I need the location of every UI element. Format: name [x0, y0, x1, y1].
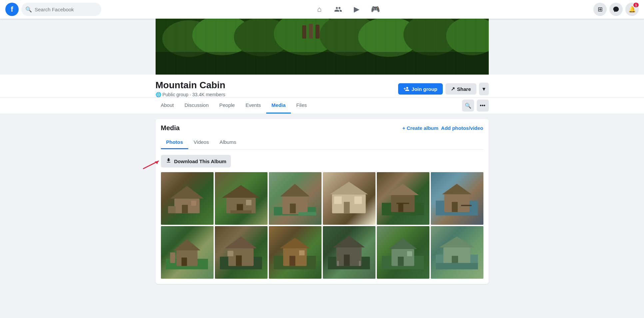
group-meta: 🌐 Public group · 33.4K members: [156, 92, 226, 97]
svg-rect-24: [231, 210, 252, 213]
create-album-button[interactable]: + Create album: [402, 125, 438, 131]
grid-menu-button[interactable]: ⊞: [593, 3, 607, 16]
svg-point-6: [358, 19, 419, 57]
tab-about[interactable]: About: [156, 98, 179, 114]
svg-rect-18: [191, 200, 196, 205]
download-album-button[interactable]: Download This Album: [161, 155, 231, 167]
svg-point-3: [234, 19, 291, 56]
svg-marker-52: [225, 236, 257, 248]
group-title: Mountain Cabin: [156, 80, 226, 91]
globe-icon: 🌐: [156, 92, 161, 97]
photo-cell[interactable]: [377, 172, 429, 225]
svg-marker-73: [439, 236, 474, 247]
media-title: Media: [161, 124, 180, 132]
red-arrow-indicator: [141, 158, 161, 171]
search-tab-button[interactable]: 🔍: [462, 100, 474, 112]
tabs-inner: About Discussion People Events Media Fil…: [156, 98, 489, 114]
photo-cell[interactable]: [269, 172, 322, 225]
svg-marker-57: [280, 238, 310, 248]
svg-marker-62: [333, 235, 365, 247]
notification-badge: 1: [633, 2, 639, 8]
tabs-left: About Discussion People Events Media Fil…: [156, 98, 313, 114]
media-header-actions: + Create album Add photos/video: [402, 125, 483, 131]
photo-cell[interactable]: [323, 172, 375, 225]
share-icon: ↗: [451, 86, 455, 92]
search-input[interactable]: [35, 7, 97, 12]
photo-cell[interactable]: [215, 172, 268, 225]
tabs-right: 🔍 •••: [462, 100, 489, 112]
svg-point-8: [446, 19, 489, 55]
watch-nav-button[interactable]: ▶: [349, 1, 365, 17]
svg-rect-43: [452, 202, 458, 212]
media-header: Media + Create album Add photos/video: [161, 124, 483, 132]
svg-point-1: [162, 20, 216, 57]
svg-rect-75: [436, 263, 478, 269]
svg-rect-28: [290, 203, 296, 213]
svg-rect-49: [170, 252, 175, 263]
notifications-button[interactable]: 🔔 1: [625, 3, 639, 16]
group-tabs-bar: About Discussion People Events Media Fil…: [0, 97, 644, 114]
media-tab-videos[interactable]: Videos: [188, 136, 214, 149]
photo-cell[interactable]: [215, 226, 268, 279]
join-btn-label: Join group: [411, 86, 437, 92]
home-nav-button[interactable]: ⌂: [312, 1, 327, 17]
group-type: Public group: [163, 92, 189, 97]
content-inner: Media + Create album Add photos/video Ph…: [156, 119, 489, 284]
nav-right: ⊞ 🔔 1: [593, 3, 639, 16]
svg-marker-31: [330, 181, 368, 194]
messenger-button[interactable]: [609, 3, 623, 16]
friends-nav-button[interactable]: [330, 1, 346, 17]
tab-discussion[interactable]: Discussion: [179, 98, 214, 114]
tab-files[interactable]: Files: [291, 98, 312, 114]
svg-point-2: [192, 19, 252, 55]
tab-events[interactable]: Events: [240, 98, 266, 114]
chevron-down-icon: ▾: [482, 86, 485, 92]
svg-rect-32: [344, 202, 350, 213]
photo-cell[interactable]: [377, 226, 429, 279]
svg-point-5: [320, 19, 378, 56]
more-actions-button[interactable]: ▾: [479, 83, 489, 95]
facebook-logo[interactable]: f: [5, 3, 19, 16]
fb-logo-letter: f: [11, 5, 13, 14]
nav-center: ⌂ ▶ 🎮: [104, 1, 591, 17]
photo-cell[interactable]: [323, 226, 375, 279]
svg-rect-9: [156, 52, 489, 75]
group-title-area: Mountain Cabin 🌐 Public group · 33.4K me…: [156, 80, 226, 97]
svg-rect-23: [246, 200, 252, 205]
arrow-container: Download This Album: [161, 155, 483, 172]
more-tabs-button[interactable]: •••: [477, 100, 489, 112]
media-tab-photos[interactable]: Photos: [161, 136, 189, 149]
photo-cell[interactable]: [431, 172, 483, 225]
gaming-nav-button[interactable]: 🎮: [367, 1, 383, 17]
svg-rect-69: [398, 257, 404, 266]
svg-marker-21: [222, 185, 260, 198]
media-tab-albums[interactable]: Albums: [214, 136, 242, 149]
search-bar[interactable]: 🔍: [21, 3, 101, 16]
photo-cell[interactable]: [161, 226, 214, 279]
top-navigation: f 🔍 ⌂ ▶ 🎮 ⊞ 🔔 1: [0, 0, 644, 19]
photo-cell[interactable]: [161, 172, 214, 225]
add-photos-button[interactable]: Add photos/video: [441, 125, 483, 131]
cover-photo-image: [156, 19, 489, 75]
svg-marker-37: [387, 184, 419, 195]
tab-people[interactable]: People: [214, 98, 240, 114]
svg-marker-27: [280, 184, 310, 196]
tab-media[interactable]: Media: [266, 98, 291, 114]
share-button[interactable]: ↗ Share: [445, 83, 476, 95]
svg-rect-39: [398, 203, 403, 212]
svg-rect-54: [228, 251, 234, 256]
svg-rect-10: [302, 25, 306, 39]
svg-rect-0: [156, 19, 489, 75]
media-panel: Media + Create album Add photos/video Ph…: [156, 119, 489, 284]
page-container: Mountain Cabin 🌐 Public group · 33.4K me…: [0, 19, 644, 289]
svg-rect-44: [461, 205, 472, 206]
photo-cell[interactable]: [269, 226, 322, 279]
svg-rect-48: [182, 257, 187, 266]
search-icon: 🔍: [25, 6, 32, 13]
media-tabs: Photos Videos Albums: [161, 136, 483, 150]
join-group-button[interactable]: Join group: [398, 83, 443, 95]
svg-point-4: [274, 19, 337, 55]
svg-rect-58: [290, 256, 296, 266]
photo-cell[interactable]: [431, 226, 483, 279]
download-icon: [166, 158, 172, 165]
